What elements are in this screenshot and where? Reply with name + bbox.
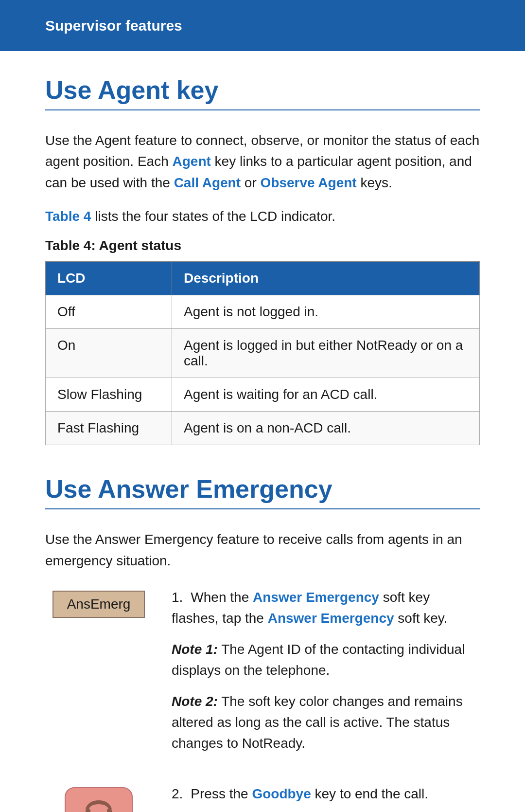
phone-hangup-icon [82, 795, 116, 812]
table-cell-desc-2: Agent is logged in but either NotReady o… [172, 329, 480, 378]
step2-number: 2. [172, 786, 183, 801]
table-cell-desc-1: Agent is not logged in. [172, 295, 480, 329]
header-title: Supervisor features [45, 18, 182, 34]
step2-content: 2.Press the Goodbye key to end the call. [172, 783, 480, 812]
section1-title: Use Agent key [45, 75, 480, 110]
call-agent-link: Call Agent [174, 175, 241, 190]
main-content: Use Agent key Use the Agent feature to c… [0, 51, 525, 812]
section1-intro: Use the Agent feature to connect, observ… [45, 130, 480, 193]
step2-layout: 2.Press the Goodbye key to end the call. [45, 783, 480, 812]
table-row: Off Agent is not logged in. [46, 295, 480, 329]
table-ref-post: lists the four states of the LCD indicat… [91, 209, 335, 224]
goodbye-link: Goodbye [252, 786, 311, 801]
table-cell-desc-3: Agent is waiting for an ACD call. [172, 378, 480, 412]
answer-emergency-link1: Answer Emergency [253, 590, 379, 605]
goodbye-key-container [45, 783, 152, 812]
table-header-row: LCD Description [46, 262, 480, 295]
intro-text-3: or [241, 175, 260, 190]
table-header-description: Description [172, 262, 480, 295]
table-ref-link: Table 4 [45, 209, 91, 224]
goodbye-key-image [65, 787, 133, 812]
svg-rect-0 [86, 809, 90, 812]
table-caption: Table 4: Agent status [45, 238, 480, 253]
step1-number: 1. [172, 590, 183, 605]
observe-agent-link: Observe Agent [261, 175, 357, 190]
agent-link: Agent [173, 154, 211, 169]
table-cell-lcd-3: Slow Flashing [46, 378, 172, 412]
ansemerg-softkey: AnsEmerg [52, 591, 145, 618]
note2-bold: Note 2: [172, 694, 218, 709]
step1-layout: AnsEmerg 1.When the Answer Emergency sof… [45, 587, 480, 764]
table-ref-line: Table 4 lists the four states of the LCD… [45, 209, 480, 224]
table-cell-desc-4: Agent is on a non-ACD call. [172, 412, 480, 445]
step2-text: 2.Press the Goodbye key to end the call. [172, 783, 480, 804]
table-cell-lcd-1: Off [46, 295, 172, 329]
table-row: Fast Flashing Agent is on a non-ACD call… [46, 412, 480, 445]
note1: Note 1: The Agent ID of the contacting i… [172, 639, 480, 681]
note1-bold: Note 1: [172, 642, 218, 657]
softkey-image-container: AnsEmerg [45, 587, 152, 618]
table-row: On Agent is logged in but either NotRead… [46, 329, 480, 378]
step2-pre: Press the [191, 786, 252, 801]
table-cell-lcd-4: Fast Flashing [46, 412, 172, 445]
table-cell-lcd-2: On [46, 329, 172, 378]
step1-pre: When the [191, 590, 253, 605]
step2-end: key to end the call. [311, 786, 428, 801]
section2-title: Use Answer Emergency [45, 474, 480, 509]
svg-rect-1 [107, 809, 112, 812]
note2: Note 2: The soft key color changes and r… [172, 691, 480, 754]
header-bar: Supervisor features [0, 0, 525, 51]
step1-text: 1.When the Answer Emergency soft key fla… [172, 587, 480, 629]
table-header-lcd: LCD [46, 262, 172, 295]
agent-status-table: LCD Description Off Agent is not logged … [45, 261, 480, 445]
step1-content: 1.When the Answer Emergency soft key fla… [172, 587, 480, 764]
answer-emergency-link2: Answer Emergency [268, 611, 394, 626]
step1-end: soft key. [394, 611, 448, 626]
section2-intro: Use the Answer Emergency feature to rece… [45, 529, 480, 571]
intro-text-4: keys. [357, 175, 392, 190]
table-row: Slow Flashing Agent is waiting for an AC… [46, 378, 480, 412]
